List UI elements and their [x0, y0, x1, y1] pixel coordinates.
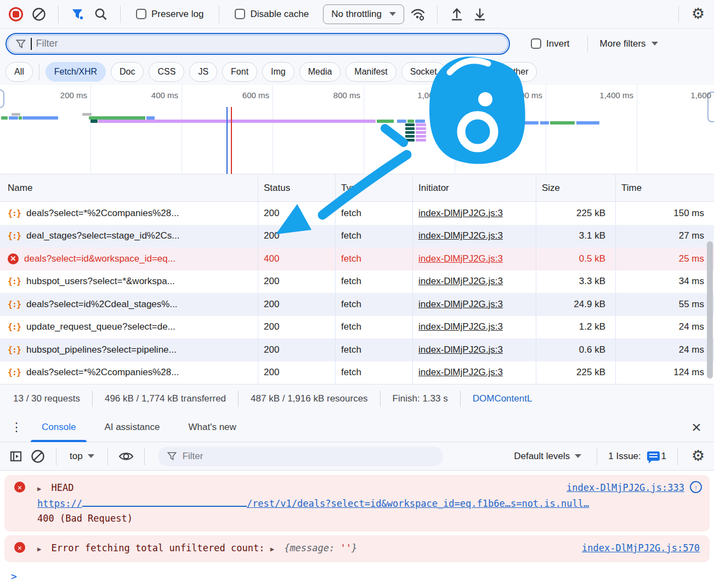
initiator-link[interactable]: index-DlMjPJ2G.js:3 [418, 321, 503, 332]
table-row[interactable]: {:}hubspot_pipelines?select=pipeline... … [0, 338, 714, 361]
search-button[interactable] [92, 5, 110, 24]
initiator-link[interactable]: index-DlMjPJ2G.js:3 [418, 344, 503, 355]
checkbox-box [235, 9, 245, 19]
summary-domcontentloaded: DOMContentL [461, 393, 545, 404]
table-row[interactable]: {:}hubspot_users?select=*&workspa... 200… [0, 270, 714, 293]
context-selector[interactable]: top [65, 451, 99, 462]
table-row[interactable]: {:}deal_stages?select=stage_id%2Cs... 20… [0, 225, 714, 248]
expand-triangle-icon[interactable]: ▶ [270, 545, 274, 553]
request-status: 400 [258, 247, 336, 270]
expand-triangle-icon[interactable]: ▶ [37, 545, 41, 553]
export-har-button[interactable] [471, 5, 489, 24]
error-url-link[interactable]: https:///rest/v1/deals?select=id&workspa… [37, 498, 589, 509]
chip-manifest[interactable]: Manifest [345, 62, 396, 82]
network-filter-input[interactable]: Filter [5, 33, 510, 55]
waterfall-bar [416, 131, 426, 134]
initiator-link[interactable]: index-DlMjPJ2G.js:3 [418, 276, 503, 287]
reveal-in-network-icon[interactable]: ↑ [690, 481, 702, 493]
chip-other[interactable]: Other [497, 62, 537, 82]
chip-media[interactable]: Media [299, 62, 341, 82]
funnel-icon [167, 451, 177, 461]
object-preview[interactable]: {message: ''} [284, 542, 357, 553]
table-scrollbar-thumb[interactable] [707, 241, 713, 378]
initiator-link[interactable]: index-DlMjPJ2G.js:3 [418, 367, 503, 378]
initiator-link[interactable]: index-DlMjPJ2G.js:3 [418, 230, 503, 241]
chip-all[interactable]: All [5, 62, 33, 82]
chip-img[interactable]: Img [262, 62, 294, 82]
column-header-name[interactable]: Name [0, 174, 258, 201]
tab-console[interactable]: Console [27, 412, 90, 442]
source-location-link[interactable]: index-DlMjPJ2G.js:333 [566, 480, 684, 495]
kebab-menu-icon[interactable]: ⋮ [5, 420, 27, 434]
waterfall-bar [98, 120, 376, 123]
devtools-window: Preserve log Disable cache No throttling [0, 0, 714, 588]
chip-font[interactable]: Font [222, 62, 257, 82]
network-conditions-button[interactable] [409, 5, 427, 24]
invert-checkbox[interactable]: Invert [531, 38, 570, 49]
initiator-link[interactable]: index-DlMjPJ2G.js:3 [418, 253, 503, 264]
table-row-error[interactable]: ✕deals?select=id&workspace_id=eq... 400 … [0, 247, 714, 270]
chevron-down-icon [575, 454, 581, 458]
settings-gear-icon[interactable]: ⚙ [689, 5, 707, 24]
toolbar-divider [120, 5, 121, 23]
filter-toggle-button[interactable] [69, 5, 87, 24]
waterfall-bar [405, 127, 415, 130]
clear-network-log-button[interactable] [30, 5, 48, 24]
clear-console-button[interactable] [29, 447, 47, 466]
column-header-type[interactable]: Type [336, 174, 413, 201]
record-stop-button[interactable] [7, 5, 25, 24]
chip-doc[interactable]: Doc [111, 62, 144, 82]
column-header-size[interactable]: Size [536, 174, 616, 201]
table-row[interactable]: {:}deals?select=*%2Ccompanies%28... 200 … [0, 361, 714, 385]
console-settings-gear-icon[interactable]: ⚙ [689, 447, 707, 466]
source-location-link[interactable]: index-DlMjPJ2G.js:570 [582, 541, 700, 556]
column-header-status[interactable]: Status [258, 174, 336, 201]
summary-transferred: 496 kB / 1,774 kB transferred [93, 393, 238, 404]
toolbar-divider [587, 35, 588, 53]
network-overview[interactable]: 200 ms400 ms600 ms800 ms1,000 ms1,200 ms… [0, 85, 714, 174]
initiator-link[interactable]: index-DlMjPJ2G.js:3 [418, 299, 503, 310]
request-time: 25 ms [616, 247, 714, 270]
expand-triangle-icon[interactable]: ▶ [37, 485, 41, 493]
chip-wasm[interactable]: Wasm [451, 62, 493, 82]
column-header-time[interactable]: Time [616, 174, 714, 201]
import-har-button[interactable] [447, 5, 466, 24]
console-error-message[interactable]: ✕ ▶ Error fetching total unfiltered coun… [4, 535, 710, 562]
upload-icon [450, 7, 463, 21]
waterfall-bar [522, 121, 539, 125]
request-type: fetch [336, 338, 413, 361]
json-braces-icon: {:} [8, 299, 21, 309]
log-levels-select[interactable]: Default levels [509, 451, 586, 462]
prompt-chevron-icon: > [11, 570, 17, 582]
console-error-message[interactable]: ✕ ▶ HEAD https:///rest/v1/deals?select=i… [4, 475, 710, 532]
request-table-body: {:}deals?select=*%2Ccompanies%28... 200 … [0, 202, 714, 384]
close-drawer-button[interactable]: × [684, 418, 709, 437]
table-row[interactable]: {:}deals?select=id%2Cdeal_stages%... 200… [0, 293, 714, 316]
chip-socket[interactable]: Socket [401, 62, 446, 82]
table-row[interactable]: {:}deals?select=*%2Ccompanies%28... 200 … [0, 202, 714, 225]
waterfall-bar [405, 135, 415, 138]
request-size: 0.6 kB [536, 338, 616, 361]
overview-tick-label: 600 ms [179, 91, 269, 100]
chip-css[interactable]: CSS [149, 62, 184, 82]
throttling-select[interactable]: No throttling [323, 4, 404, 24]
issues-counter[interactable]: 1 Issue: 1 [608, 451, 666, 462]
column-header-initiator[interactable]: Initiator [413, 174, 536, 201]
disable-cache-checkbox[interactable]: Disable cache [235, 9, 309, 20]
more-filters-button[interactable]: More filters [600, 38, 658, 49]
tab-ai-assistance[interactable]: AI assistance [90, 412, 174, 442]
console-sidebar-toggle[interactable] [7, 447, 25, 466]
tab-whats-new[interactable]: What's new [174, 412, 250, 442]
chip-js[interactable]: JS [189, 62, 217, 82]
console-prompt[interactable]: > [0, 566, 714, 582]
table-row[interactable]: {:}update_request_queue?select=de... 200… [0, 316, 714, 339]
chip-fetch-xhr[interactable]: Fetch/XHR [46, 62, 106, 82]
console-filter-input[interactable]: Filter [158, 446, 443, 466]
preserve-log-checkbox[interactable]: Preserve log [136, 9, 203, 20]
request-status: 200 [258, 202, 336, 225]
request-time: 150 ms [616, 202, 714, 225]
funnel-icon [71, 7, 85, 21]
live-expression-button[interactable] [117, 447, 135, 466]
initiator-link[interactable]: index-DlMjPJ2G.js:3 [418, 208, 503, 219]
request-size: 24.9 kB [536, 293, 616, 316]
